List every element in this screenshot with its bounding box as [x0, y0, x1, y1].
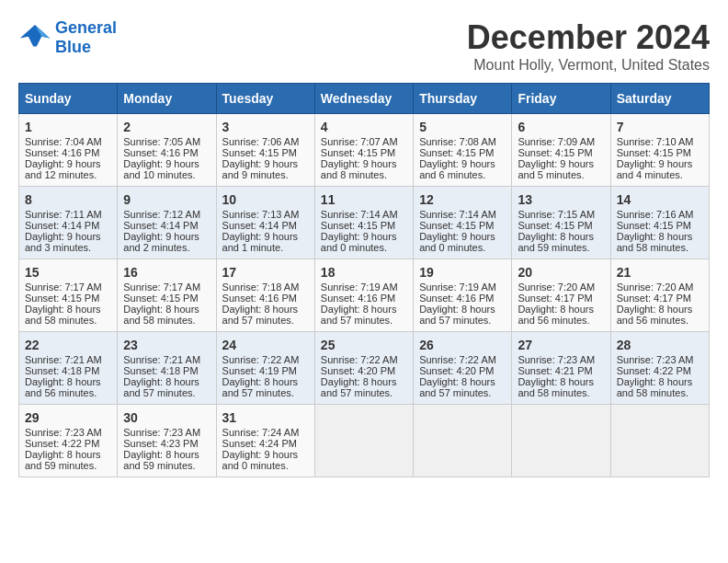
day-info: Sunrise: 7:18 AM: [222, 282, 309, 293]
day-number: 17: [222, 265, 309, 280]
day-info: Daylight: 8 hours: [25, 376, 111, 387]
day-info: Sunrise: 7:13 AM: [222, 209, 309, 220]
day-info: Sunset: 4:15 PM: [518, 147, 604, 158]
day-info: Daylight: 8 hours: [617, 231, 703, 242]
day-info: Sunrise: 7:20 AM: [617, 282, 703, 293]
day-number: 11: [321, 192, 407, 207]
header-friday: Friday: [512, 84, 610, 114]
logo: General Blue: [18, 18, 117, 57]
day-info: Sunrise: 7:17 AM: [123, 282, 210, 293]
day-number: 20: [518, 265, 604, 280]
day-number: 28: [617, 338, 703, 352]
day-info: Sunset: 4:16 PM: [222, 293, 309, 304]
calendar-cell: 23Sunrise: 7:21 AMSunset: 4:18 PMDayligh…: [118, 332, 216, 405]
logo-text: General Blue: [55, 18, 117, 57]
day-info: and 3 minutes.: [25, 242, 111, 253]
day-number: 23: [123, 338, 210, 352]
day-number: 8: [25, 192, 111, 207]
day-info: Sunrise: 7:21 AM: [25, 354, 111, 365]
day-info: Sunrise: 7:11 AM: [25, 209, 111, 220]
day-info: and 57 minutes.: [419, 315, 506, 326]
calendar-cell: 10Sunrise: 7:13 AMSunset: 4:14 PMDayligh…: [216, 187, 314, 259]
day-number: 5: [419, 120, 506, 134]
day-number: 16: [123, 265, 210, 280]
day-info: Sunrise: 7:17 AM: [25, 282, 111, 293]
day-number: 9: [123, 192, 210, 207]
day-info: Daylight: 8 hours: [419, 304, 506, 315]
day-info: and 58 minutes.: [123, 315, 210, 326]
header-wednesday: Wednesday: [314, 84, 413, 114]
day-info: and 0 minutes.: [222, 460, 309, 471]
day-info: Daylight: 9 hours: [123, 231, 210, 242]
day-info: Sunrise: 7:23 AM: [25, 427, 111, 438]
calendar-cell: 7Sunrise: 7:10 AMSunset: 4:15 PMDaylight…: [610, 114, 709, 187]
day-info: Sunset: 4:16 PM: [321, 293, 407, 304]
day-info: Sunrise: 7:06 AM: [222, 136, 309, 147]
day-info: and 5 minutes.: [518, 169, 604, 180]
calendar-cell: 2Sunrise: 7:05 AMSunset: 4:16 PMDaylight…: [118, 114, 216, 187]
day-info: Sunset: 4:15 PM: [617, 147, 703, 158]
calendar-cell: [512, 405, 610, 477]
day-number: 2: [123, 120, 210, 134]
header-sunday: Sunday: [19, 84, 118, 114]
day-info: Daylight: 8 hours: [617, 376, 703, 387]
calendar-cell: 12Sunrise: 7:14 AMSunset: 4:15 PMDayligh…: [414, 187, 512, 259]
calendar-cell: 14Sunrise: 7:16 AMSunset: 4:15 PMDayligh…: [610, 187, 709, 259]
day-info: Sunset: 4:16 PM: [419, 293, 506, 304]
day-info: Daylight: 9 hours: [123, 158, 210, 169]
calendar-week-row: 22Sunrise: 7:21 AMSunset: 4:18 PMDayligh…: [19, 332, 710, 405]
day-info: Sunset: 4:15 PM: [222, 147, 309, 158]
day-info: Sunrise: 7:09 AM: [518, 136, 604, 147]
day-info: Sunrise: 7:10 AM: [617, 136, 703, 147]
day-info: Sunrise: 7:12 AM: [123, 209, 210, 220]
day-info: and 59 minutes.: [25, 460, 111, 471]
day-info: Sunrise: 7:19 AM: [321, 282, 407, 293]
day-info: Sunset: 4:18 PM: [25, 365, 111, 376]
calendar-cell: 5Sunrise: 7:08 AMSunset: 4:15 PMDaylight…: [414, 114, 512, 187]
day-info: Sunset: 4:22 PM: [617, 365, 703, 376]
day-info: Sunrise: 7:21 AM: [123, 354, 210, 365]
day-info: Sunrise: 7:22 AM: [222, 354, 309, 365]
day-info: and 10 minutes.: [123, 169, 210, 180]
day-info: Sunset: 4:20 PM: [419, 365, 506, 376]
day-info: Sunset: 4:24 PM: [222, 438, 309, 449]
day-info: and 58 minutes.: [25, 315, 111, 326]
day-number: 21: [617, 265, 703, 280]
day-info: Daylight: 8 hours: [419, 376, 506, 387]
day-info: Sunset: 4:14 PM: [123, 220, 210, 231]
day-info: and 1 minute.: [222, 242, 309, 253]
day-info: and 56 minutes.: [25, 387, 111, 398]
calendar-cell: 18Sunrise: 7:19 AMSunset: 4:16 PMDayligh…: [314, 259, 413, 332]
day-info: Sunrise: 7:20 AM: [518, 282, 604, 293]
day-info: Sunset: 4:15 PM: [321, 147, 407, 158]
calendar-cell: 26Sunrise: 7:22 AMSunset: 4:20 PMDayligh…: [414, 332, 512, 405]
header-saturday: Saturday: [610, 84, 709, 114]
calendar-cell: 22Sunrise: 7:21 AMSunset: 4:18 PMDayligh…: [19, 332, 118, 405]
day-info: Daylight: 9 hours: [321, 231, 407, 242]
day-info: Sunset: 4:18 PM: [123, 365, 210, 376]
day-number: 31: [222, 410, 309, 425]
day-info: Sunset: 4:15 PM: [419, 147, 506, 158]
calendar-cell: 1Sunrise: 7:04 AMSunset: 4:16 PMDaylight…: [19, 114, 118, 187]
day-info: and 0 minutes.: [419, 242, 506, 253]
day-info: and 58 minutes.: [617, 242, 703, 253]
title-area: December 2024 Mount Holly, Vermont, Unit…: [467, 18, 710, 74]
calendar-cell: [414, 405, 512, 477]
header: General Blue December 2024 Mount Holly, …: [18, 18, 710, 74]
day-number: 3: [222, 120, 309, 134]
day-info: Sunset: 4:14 PM: [222, 220, 309, 231]
day-info: Daylight: 9 hours: [518, 158, 604, 169]
day-number: 4: [321, 120, 407, 134]
day-info: Sunrise: 7:05 AM: [123, 136, 210, 147]
calendar-cell: 4Sunrise: 7:07 AMSunset: 4:15 PMDaylight…: [314, 114, 413, 187]
day-info: and 57 minutes.: [222, 387, 309, 398]
calendar-cell: 13Sunrise: 7:15 AMSunset: 4:15 PMDayligh…: [512, 187, 610, 259]
day-number: 1: [25, 120, 111, 134]
page-subtitle: Mount Holly, Vermont, United States: [467, 57, 710, 74]
day-info: Daylight: 8 hours: [518, 376, 604, 387]
day-info: Sunset: 4:17 PM: [518, 293, 604, 304]
day-number: 7: [617, 120, 703, 134]
day-info: Sunset: 4:22 PM: [25, 438, 111, 449]
header-tuesday: Tuesday: [216, 84, 314, 114]
day-info: Sunset: 4:19 PM: [222, 365, 309, 376]
